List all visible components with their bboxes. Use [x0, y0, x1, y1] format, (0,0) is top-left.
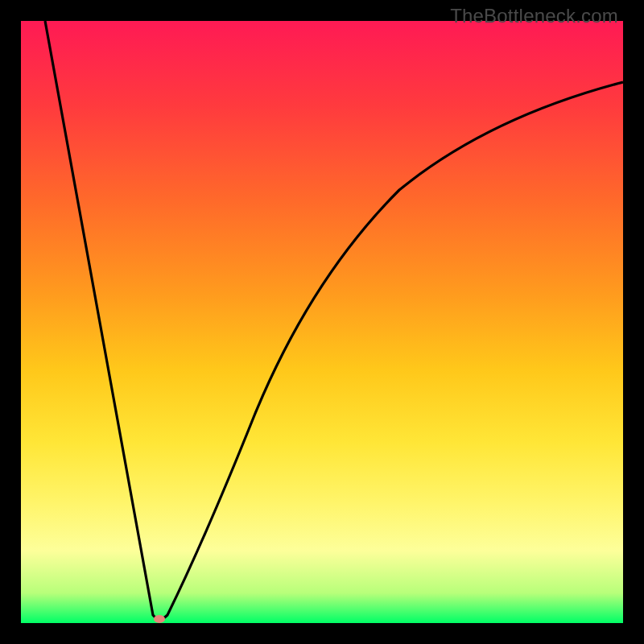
bottleneck-curve: [45, 21, 623, 619]
curve-svg: [21, 21, 623, 623]
watermark-text: TheBottleneck.com: [450, 5, 618, 27]
minimum-dot: [154, 615, 165, 623]
chart-frame: TheBottleneck.com: [0, 0, 644, 644]
plot-area: [21, 21, 623, 623]
